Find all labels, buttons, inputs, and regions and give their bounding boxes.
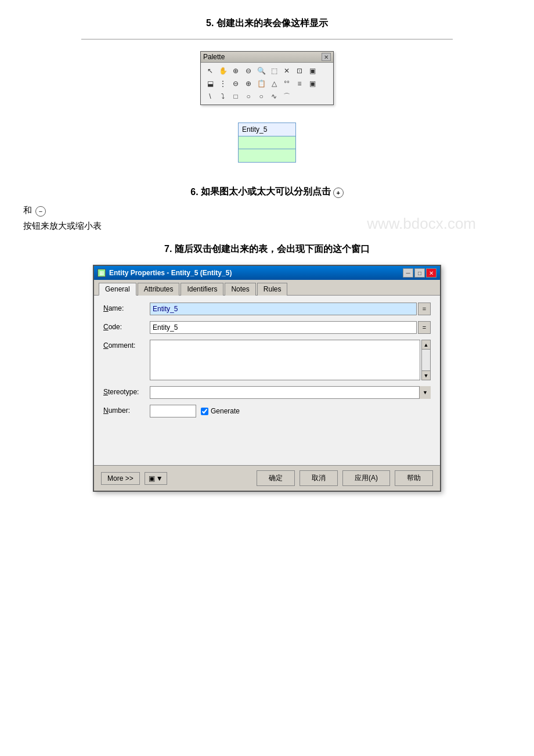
section6-num: 6.: [190, 187, 198, 197]
tool-hand[interactable]: ✋: [217, 65, 229, 77]
palette-row-1: ↖ ✋ ⊕ ⊖ 🔍 ⬚ ✕ ⊡ ▣: [204, 65, 330, 77]
dialog-minimize-button[interactable]: ─: [403, 268, 413, 278]
icon-btn-icon: ▣: [149, 474, 155, 483]
number-row: Generate: [150, 405, 240, 417]
zoom-in-icon-inline: +: [333, 188, 344, 198]
dialog-maximize-button[interactable]: □: [414, 268, 425, 278]
dialog-wrapper: ▦ Entity Properties - Entity_5 (Entity_5…: [23, 265, 511, 492]
tool-paste[interactable]: ▣: [306, 65, 318, 77]
name-underline: N: [103, 304, 109, 312]
dialog-body-spacer: [103, 423, 431, 458]
stereotype-select-wrapper: ▼: [150, 386, 431, 399]
section6-body: 按钮来放大或缩小表: [23, 221, 511, 232]
icon-btn-arrow: ▼: [156, 474, 163, 483]
scroll-up-arrow[interactable]: ▲: [422, 340, 430, 350]
section5-title-text: 创建出来的表会像这样显示: [217, 18, 328, 28]
tool-block[interactable]: ▣: [306, 78, 318, 89]
dialog-app-icon: ▦: [98, 269, 106, 277]
tool-cut[interactable]: ✕: [281, 65, 293, 77]
apply-button[interactable]: 应用(A): [342, 470, 390, 486]
zoom-out-icon-inline: −: [35, 206, 46, 217]
tool-oval[interactable]: ○: [243, 91, 254, 102]
tool-curve[interactable]: ⌒: [281, 91, 293, 102]
tool-line[interactable]: \: [204, 91, 216, 102]
palette-toolbar: ↖ ✋ ⊕ ⊖ 🔍 ⬚ ✕ ⊡ ▣ ⬓ ⋮ ⊖ ⊕ 📋 △ °° ≡ ▣: [201, 63, 333, 105]
tool-zoom-fit[interactable]: 🔍: [255, 65, 267, 77]
icon-dropdown-button[interactable]: ▣ ▼: [145, 472, 167, 485]
tool-triangle[interactable]: △: [268, 78, 280, 89]
help-button[interactable]: 帮助: [395, 470, 433, 486]
form-row-comment: Comment: ▲ ▼: [103, 340, 431, 380]
tool-select[interactable]: ↖: [204, 65, 216, 77]
dialog-close-button[interactable]: ✕: [426, 268, 436, 278]
stereotype-select[interactable]: [150, 386, 431, 399]
name-input[interactable]: [150, 303, 417, 315]
tool-relation[interactable]: °°: [281, 78, 293, 89]
palette-titlebar: Palette ✕: [201, 52, 333, 63]
tab-notes[interactable]: Notes: [225, 283, 255, 296]
more-button[interactable]: More >>: [101, 472, 140, 485]
section7-title: 7. 随后双击创建出来的表，会出现下面的这个窗口: [23, 243, 511, 255]
tab-identifiers[interactable]: Identifiers: [181, 283, 223, 296]
tool-minus[interactable]: ⊖: [230, 78, 241, 89]
form-row-code: Code: =: [103, 321, 431, 334]
stereotype-label: Stereotype:: [103, 386, 150, 396]
tool-circle[interactable]: ○: [255, 91, 267, 102]
palette-window: Palette ✕ ↖ ✋ ⊕ ⊖ 🔍 ⬚ ✕ ⊡ ▣ ⬓ ⋮ ⊖ ⊕ 📋 △: [200, 51, 334, 105]
tab-general[interactable]: General: [99, 283, 136, 296]
generate-checkbox[interactable]: [201, 408, 208, 415]
palette-title: Palette: [203, 53, 225, 61]
section5-title: 5. 创建出来的表会像这样显示: [23, 17, 511, 30]
form-row-number: Number: Generate: [103, 405, 431, 417]
form-row-name: Name: =: [103, 303, 431, 315]
code-label: Code:: [103, 321, 150, 331]
code-eq-button[interactable]: =: [418, 321, 431, 334]
section6-sub-text: 和: [23, 205, 32, 216]
entity-row-1: [239, 136, 295, 149]
name-eq-button[interactable]: =: [418, 303, 431, 315]
dialog-title-text: Entity Properties - Entity_5 (Entity_5): [109, 269, 232, 277]
tool-zoom-out[interactable]: ⊖: [243, 65, 254, 77]
dialog-tabs: General Attributes Identifiers Notes Rul…: [94, 280, 440, 296]
tab-attributes[interactable]: Attributes: [138, 283, 180, 296]
comment-label: Comment:: [103, 340, 150, 350]
palette-row-3: \ ⤵ □ ○ ○ ∿ ⌒: [204, 91, 330, 102]
section6-title: 6. 如果图太小或太大可以分别点击 +: [23, 186, 511, 198]
palette-close-button[interactable]: ✕: [322, 53, 331, 61]
tool-entity[interactable]: ⬓: [204, 78, 216, 89]
tool-table[interactable]: 📋: [255, 78, 267, 89]
tool-plus[interactable]: ⊕: [243, 78, 254, 89]
stereotype-underline: S: [103, 388, 108, 396]
code-input[interactable]: [150, 321, 417, 334]
entity-name: Entity_5: [239, 123, 295, 136]
tool-wave[interactable]: ∿: [268, 91, 280, 102]
generate-label: Generate: [201, 407, 240, 415]
number-input[interactable]: [150, 405, 196, 417]
tool-multi[interactable]: ⋮: [217, 78, 229, 89]
tool-copy[interactable]: ⊡: [294, 65, 305, 77]
tool-list[interactable]: ≡: [294, 78, 305, 89]
cancel-button[interactable]: 取消: [300, 470, 338, 486]
scroll-track: [422, 350, 430, 370]
section6-text: 如果图太小或太大可以分别点击: [201, 186, 331, 198]
entity-box: Entity_5: [238, 123, 296, 163]
scroll-down-arrow[interactable]: ▼: [422, 370, 430, 380]
number-label: Number:: [103, 405, 150, 415]
section5-title-num: 5.: [206, 18, 214, 28]
section7-num: 7.: [164, 244, 172, 254]
number-underline: N: [103, 406, 109, 415]
entity-diagram: Entity_5: [23, 123, 511, 163]
comment-textarea[interactable]: [150, 340, 420, 380]
dialog-window-buttons: ─ □ ✕: [403, 268, 436, 278]
tool-arrow[interactable]: ⤵: [217, 91, 229, 102]
tool-grid[interactable]: ⬚: [268, 65, 280, 77]
tool-zoom-in[interactable]: ⊕: [230, 65, 241, 77]
tab-rules[interactable]: Rules: [257, 283, 288, 296]
tool-rect[interactable]: □: [230, 91, 241, 102]
palette-container: Palette ✕ ↖ ✋ ⊕ ⊖ 🔍 ⬚ ✕ ⊡ ▣ ⬓ ⋮ ⊖ ⊕ 📋 △: [23, 51, 511, 105]
section5-divider: [81, 39, 453, 39]
section6-sub: 和 −: [23, 205, 511, 216]
dialog-titlebar: ▦ Entity Properties - Entity_5 (Entity_5…: [94, 266, 440, 280]
comment-scrollbar: ▲ ▼: [421, 340, 431, 380]
ok-button[interactable]: 确定: [257, 470, 295, 486]
